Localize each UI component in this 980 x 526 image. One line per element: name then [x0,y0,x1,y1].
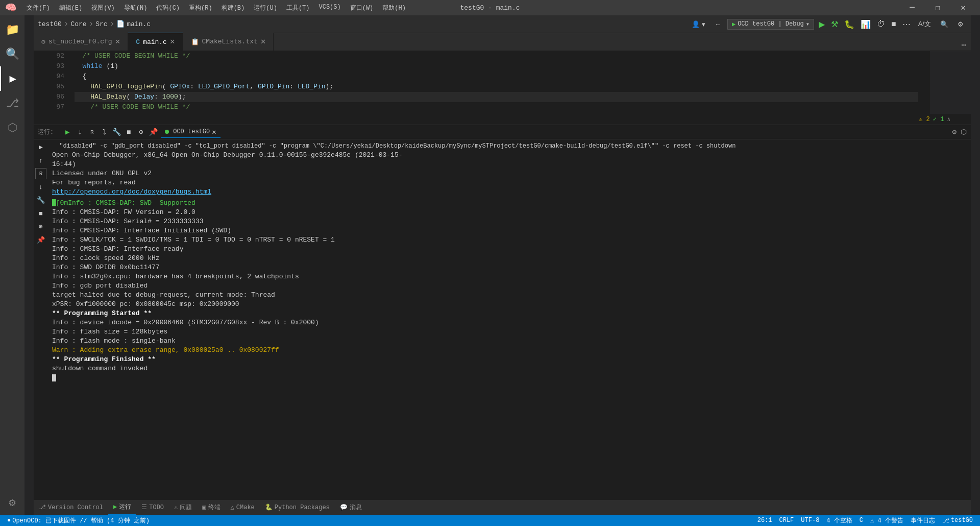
stop-button[interactable]: ■ [890,18,898,30]
term-icon-add[interactable]: ⊕ [35,221,46,232]
settings-global[interactable]: ⚙ [954,19,967,29]
bottom-tab-version-control[interactable]: ⎇ Version Control [34,500,108,515]
tab-label-1: main.c [143,38,167,46]
breadcrumb-src[interactable]: Src [95,20,107,28]
term-icon-r[interactable]: R [35,168,46,179]
status-lang[interactable]: C [856,517,866,524]
breadcrumb-project[interactable]: testG0 [38,20,62,28]
terminal-openocd-date: 16:44) [52,160,960,169]
menu-build[interactable]: 构建(B) [217,3,249,13]
status-crlf[interactable]: CRLF [776,517,797,524]
term-icon-play[interactable]: ▶ [35,141,46,153]
activity-settings[interactable]: ⚙ [0,490,24,515]
debug-button[interactable]: 🐛 [843,18,856,31]
panel-label-bookmarks[interactable]: 书签 [24,15,35,23]
status-warnings[interactable]: ⚠ 4 个警告 [867,516,906,525]
debug-build-run[interactable]: ⊕ [135,127,146,138]
menu-view[interactable]: 视图(V) [87,3,119,13]
bottom-tab-python[interactable]: 🐍 Python Packages [260,500,335,515]
search-global[interactable]: 🔍 [937,19,951,29]
bottom-tab-issues[interactable]: ⚠ 问题 [169,500,197,515]
tabs-more-button[interactable]: ⋯ [957,39,971,51]
tab-st-nucleo[interactable]: ⚙ st_nucleo_f0.cfg ✕ [34,33,128,51]
debug-session-tab[interactable]: OCD testG0 ✕ [161,127,220,138]
more-button[interactable]: ⋯ [901,18,912,31]
tab-cmake[interactable]: 📋 CMakeLists.txt ✕ [183,33,274,51]
minimize-button[interactable]: ─ [900,0,924,15]
menu-help[interactable]: 帮助(H) [378,3,410,13]
menu-navigate[interactable]: 导航(N) [120,3,152,13]
menu-edit[interactable]: 编辑(E) [55,3,87,13]
breadcrumb-core[interactable]: Core [70,20,86,28]
tab-main-c[interactable]: C main.c ✕ [128,33,183,51]
term-icon-wrench[interactable]: 🔧 [35,195,46,206]
tab-close-2[interactable]: ✕ [261,38,266,46]
activity-explorer[interactable]: 📁 [0,17,24,42]
term-icon-up[interactable]: ↑ [35,155,46,166]
activity-git[interactable]: ⎇ [0,91,24,115]
debug-reset-btn[interactable]: R [86,127,97,138]
terminal-maximize-btn[interactable]: ⬡ [961,128,967,136]
status-encoding[interactable]: UTF-8 [798,517,822,524]
menu-refactor[interactable]: 重构(R) [185,3,216,13]
account-button[interactable]: 👤 ▾ [689,19,708,29]
profile-button[interactable]: ⏱ [875,18,887,30]
menu-run[interactable]: 运行(U) [250,3,281,13]
status-git[interactable]: ⎇ testG0 [939,517,976,524]
term-icon-pin[interactable]: 📌 [35,234,46,246]
activity-extensions[interactable]: ⬡ [0,115,24,140]
bottom-tab-todo[interactable]: ☰ TODO [136,500,169,515]
back-button[interactable]: ← [712,19,724,29]
menu-vcs[interactable]: VCS(S) [314,3,345,13]
close-button[interactable]: ✕ [951,0,975,15]
terminal-scrollbar[interactable] [964,139,971,499]
status-notification[interactable]: 事件日志 [908,516,938,525]
terminal-link[interactable]: http://openocd.org/doc/doxygen/bugs.html [52,187,960,197]
debug-play-btn[interactable]: ▶ [62,127,73,138]
status-openocd-msg[interactable]: ● OpenOCD: 已下载固件 // 帮助 (4 分钟 之前) [4,516,153,525]
terminal-settings-btn[interactable]: ⚙ [952,128,957,136]
debug-step-into[interactable]: ⤵ [99,127,110,138]
debug-config-selector[interactable]: ▶ OCD testG0 | Debug ▾ [727,19,814,30]
code-editor[interactable]: /* USER CODE BEGIN WHILE */ while (1) { … [69,51,923,114]
menu-file[interactable]: 文件(F) [22,3,54,13]
menu-bar[interactable]: 文件(F) 编辑(E) 视图(V) 导航(N) 代码(C) 重构(R) 构建(B… [22,3,410,13]
terminal-output[interactable]: "disabled" -c "gdb_port disabled" -c "tc… [48,139,964,499]
debug-stop[interactable]: ■ [123,127,134,138]
bottom-tab-terminal[interactable]: ▣ 终端 [197,500,225,515]
debug-pin[interactable]: 📌 [148,127,159,138]
debug-config-label: OCD testG0 | Debug [738,20,804,28]
status-spaces[interactable]: 4 个空格 [823,516,855,525]
bottom-tab-run[interactable]: ▶ 运行 [108,500,136,515]
translate-button[interactable]: A/文 [915,18,934,30]
tab-close-0[interactable]: ✕ [115,38,120,46]
activity-run-debug[interactable]: ▶ [0,66,24,91]
debug-step-over[interactable]: ↓ [74,127,85,138]
code-line-92: /* USER CODE BEGIN WHILE */ [75,51,918,61]
tab-icon-0: ⚙ [41,38,45,46]
status-line-col[interactable]: 26:1 [754,517,775,524]
bottom-tab-messages[interactable]: 💬 消息 [335,500,367,515]
bottom-tab-cmake[interactable]: △ CMake [226,500,260,515]
breadcrumb-file[interactable]: main.c [127,20,151,28]
build-button[interactable]: ⚒ [829,18,840,31]
term-icon-stop[interactable]: ■ [35,208,46,219]
debug-session-close[interactable]: ✕ [212,128,216,136]
activity-search[interactable]: 🔍 [0,42,24,66]
tab-close-1[interactable]: ✕ [170,38,175,46]
terminal-cursor-line [52,373,960,382]
menu-code[interactable]: 代码(C) [152,3,184,13]
coverage-button[interactable]: 📊 [859,18,872,31]
menu-tools[interactable]: 工具(T) [282,3,314,13]
debug-wrench[interactable]: 🔧 [111,127,122,138]
terminal-xpsr: xPSR: 0xf1000000 pc: 0x0800045c msp: 0x2… [52,300,960,309]
window-controls[interactable]: ─ ☐ ✕ [900,0,975,15]
run-button[interactable]: ▶ [817,18,826,31]
editor-scrollbar[interactable] [923,51,930,114]
debug-config-dropdown[interactable]: ▾ [806,20,810,28]
term-icon-down[interactable]: ↓ [35,181,46,193]
maximize-button[interactable]: ☐ [926,0,949,15]
menu-window[interactable]: 窗口(W) [346,3,378,13]
left-panel: 书签 [24,15,34,515]
collapse-icon[interactable]: ∧ [947,116,950,123]
